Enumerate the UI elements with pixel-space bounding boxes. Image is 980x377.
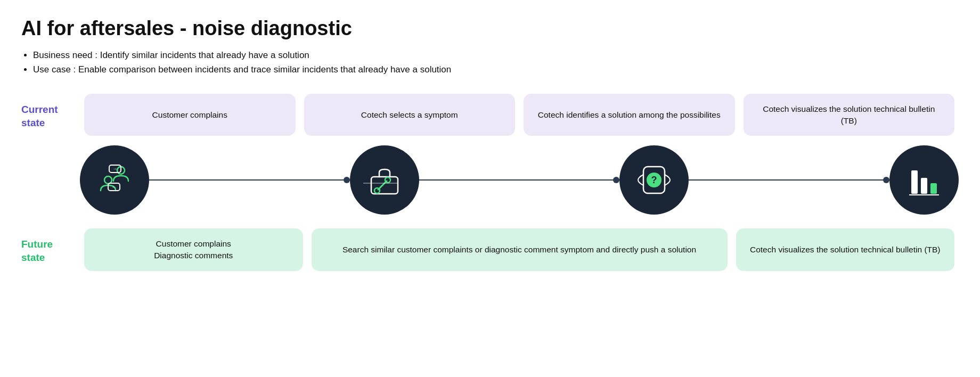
svg-point-7 bbox=[385, 177, 390, 183]
future-state-label: Futurestate bbox=[21, 228, 80, 264]
svg-text:→: → bbox=[113, 166, 118, 171]
current-box-2: Cotech selects a symptom bbox=[304, 94, 516, 136]
page-title: AI for aftersales - noise diagnostic bbox=[21, 17, 959, 40]
svg-point-8 bbox=[374, 188, 380, 193]
connector-1 bbox=[149, 179, 350, 181]
current-state-label: Currentstate bbox=[21, 94, 80, 129]
diagram-area: Currentstate Customer complains Cotech s… bbox=[21, 94, 959, 271]
bullet-item-1: Business need : Identify similar inciden… bbox=[33, 48, 959, 62]
bullet-item-2: Use case : Enable comparison between inc… bbox=[33, 62, 959, 77]
svg-rect-13 bbox=[911, 170, 918, 194]
icons-row-wrapper: → ← bbox=[21, 136, 959, 224]
bullet-list: Business need : Identify similar inciden… bbox=[21, 48, 959, 77]
svg-text:←: ← bbox=[112, 184, 117, 190]
current-box-1: Customer complains bbox=[84, 94, 296, 136]
future-boxes-row: Customer complains Diagnostic comments S… bbox=[80, 228, 959, 271]
question-device-icon: ? bbox=[619, 145, 689, 215]
current-box-3: Cotech identifies a solution among the p… bbox=[524, 94, 735, 136]
future-box-2: Search similar customer complaints or di… bbox=[312, 228, 728, 271]
icons-row: → ← bbox=[80, 136, 959, 224]
future-box-3: Cotech visualizes the solution technical… bbox=[736, 228, 955, 271]
current-boxes-row: Customer complains Cotech selects a symp… bbox=[80, 94, 959, 136]
current-state-row: Currentstate Customer complains Cotech s… bbox=[21, 94, 959, 136]
svg-text:?: ? bbox=[651, 175, 657, 185]
chat-users-icon: → ← bbox=[80, 145, 149, 215]
future-box-1: Customer complains Diagnostic comments bbox=[84, 228, 303, 271]
toolbox-icon bbox=[350, 145, 419, 215]
bar-chart-icon bbox=[889, 145, 959, 215]
connector-3 bbox=[689, 179, 889, 181]
svg-rect-15 bbox=[930, 183, 937, 194]
current-box-4: Cotech visualizes the solution technical… bbox=[744, 94, 955, 136]
svg-point-1 bbox=[104, 176, 112, 184]
svg-rect-14 bbox=[921, 178, 927, 194]
future-state-row: Futurestate Customer complains Diagnosti… bbox=[21, 228, 959, 271]
connector-2 bbox=[419, 179, 620, 181]
